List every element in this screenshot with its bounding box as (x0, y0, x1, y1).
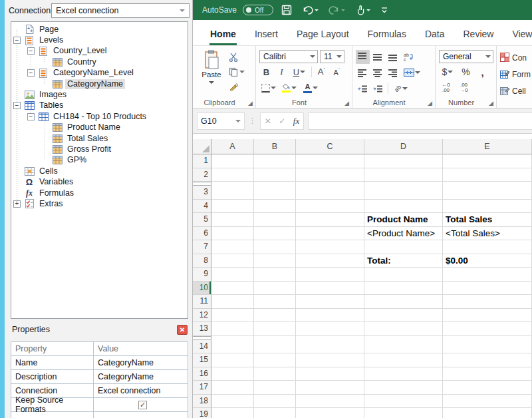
cell-E15[interactable] (443, 353, 532, 367)
row-header-11[interactable]: 11 (193, 295, 211, 309)
cell-C3[interactable] (296, 186, 364, 200)
tab-insert[interactable]: Insert (245, 29, 287, 45)
tree-expander[interactable]: − (13, 102, 21, 109)
tree-item-gp-[interactable]: GP% (11, 155, 188, 166)
cell-D16[interactable] (364, 367, 443, 381)
cell-A2[interactable] (211, 168, 254, 182)
align-middle-button[interactable] (371, 50, 385, 64)
accounting-format-button[interactable]: $ (439, 65, 456, 79)
cell-C7[interactable] (296, 240, 364, 254)
cell-C14[interactable] (296, 340, 364, 354)
cell-E13[interactable] (443, 322, 532, 336)
tree-expander[interactable]: − (27, 47, 35, 55)
cell-C10[interactable] (296, 282, 364, 296)
dialog-launcher-icon[interactable]: ◢ (428, 100, 432, 106)
cell-B14[interactable] (254, 340, 296, 354)
cell-B13[interactable] (254, 322, 296, 336)
tree-item-country[interactable]: Country (11, 57, 188, 67)
tree-item-product-name[interactable]: Product Name (11, 122, 188, 133)
tab-page-layout[interactable]: Page Layout (287, 29, 358, 45)
cell-D13[interactable] (364, 322, 443, 336)
paste-button[interactable]: Paste (196, 49, 227, 97)
cell-B4[interactable] (254, 200, 296, 214)
cell-E17[interactable] (443, 381, 532, 395)
property-value[interactable]: ✓ (94, 398, 188, 411)
cell-B12[interactable] (254, 309, 296, 323)
cell-A16[interactable] (211, 367, 254, 381)
cell-D1[interactable] (364, 154, 443, 168)
cell-A8[interactable] (211, 254, 254, 268)
cell-D3[interactable] (364, 186, 443, 200)
row-header-1[interactable]: 1 (193, 154, 211, 168)
keep-source-formats-checkbox[interactable]: ✓ (138, 401, 147, 409)
cell-A1[interactable] (211, 154, 254, 168)
cell-C5[interactable] (296, 213, 364, 227)
tree-expander[interactable]: + (13, 200, 21, 208)
cell-A7[interactable] (211, 240, 254, 254)
cell-D15[interactable] (364, 353, 443, 367)
cell-E10[interactable] (443, 282, 532, 296)
cell-D5[interactable]: Product Name (364, 213, 443, 227)
tree-item-total-sales[interactable]: Total Sales (11, 133, 188, 144)
cell-C6[interactable] (296, 227, 364, 241)
column-header-B[interactable]: B (254, 139, 296, 154)
row-header-19[interactable]: 19 (193, 408, 211, 418)
bold-button[interactable]: B (259, 65, 273, 79)
tree-item-gross-profit[interactable]: Gross Profit (11, 144, 188, 154)
comma-style-button[interactable]: , (475, 65, 489, 79)
cell-E5[interactable]: Total Sales (443, 213, 532, 227)
properties-close-button[interactable]: ✕ (177, 325, 188, 335)
autosave-toggle[interactable]: Off (243, 5, 273, 15)
cell-C15[interactable] (296, 353, 364, 367)
cell-A13[interactable] (211, 322, 254, 336)
cell-A10[interactable] (211, 282, 254, 296)
name-box[interactable]: G10 (197, 112, 245, 130)
save-button[interactable] (279, 3, 294, 17)
cell-C19[interactable] (296, 408, 364, 418)
percent-style-button[interactable]: % (459, 65, 473, 79)
cell-A15[interactable] (211, 353, 254, 367)
cell-A3[interactable] (211, 186, 254, 200)
cell-A9[interactable] (211, 268, 254, 282)
align-bottom-button[interactable] (386, 50, 400, 64)
decrease-decimal-button[interactable]: .00→0 (457, 81, 471, 95)
tree-item-country-level[interactable]: −Country_Level (11, 46, 188, 57)
row-header-6[interactable]: 6 (193, 227, 211, 241)
cell-A6[interactable] (211, 227, 254, 241)
cell-A17[interactable] (211, 381, 254, 395)
cell-E9[interactable] (443, 268, 532, 282)
cell-B15[interactable] (254, 353, 296, 367)
cell-E3[interactable] (443, 186, 532, 200)
row-header-15[interactable]: 15 (193, 353, 211, 367)
redo-button[interactable] (327, 3, 347, 17)
formula-input[interactable] (308, 112, 532, 130)
cell-B11[interactable] (254, 295, 296, 309)
row-header-13[interactable]: 13 (193, 322, 211, 336)
cell-B9[interactable] (254, 268, 296, 282)
cell-E14[interactable] (443, 340, 532, 354)
undo-button[interactable] (300, 3, 321, 17)
font-color-button[interactable]: A (301, 81, 321, 95)
cell-A4[interactable] (211, 200, 254, 214)
styles-button-con[interactable]: Con (500, 51, 532, 65)
cell-A12[interactable] (211, 309, 254, 323)
tree-item-categoryname[interactable]: CategoryName (11, 79, 188, 89)
tree-item-images[interactable]: Images (11, 89, 188, 100)
connection-dropdown[interactable]: Excel connection (51, 3, 190, 18)
cell-D2[interactable] (364, 168, 443, 182)
cell-A18[interactable] (211, 395, 254, 409)
cell-B3[interactable] (254, 186, 296, 200)
cell-D4[interactable] (364, 200, 443, 214)
dialog-launcher-icon[interactable]: ◢ (248, 100, 253, 106)
tree-item-cells[interactable]: Cells (11, 166, 188, 176)
property-value[interactable]: CategoryName (94, 370, 188, 383)
align-left-button[interactable] (356, 66, 370, 80)
tree-item-variables[interactable]: ΩVariables (11, 176, 188, 187)
cell-E11[interactable] (443, 295, 532, 309)
tab-formulas[interactable]: Formulas (358, 29, 416, 45)
cell-E4[interactable] (443, 200, 532, 214)
cut-button[interactable] (227, 51, 247, 64)
row-header-10[interactable]: 10 (193, 282, 211, 296)
format-painter-button[interactable] (227, 80, 247, 93)
cell-B19[interactable] (254, 408, 296, 418)
